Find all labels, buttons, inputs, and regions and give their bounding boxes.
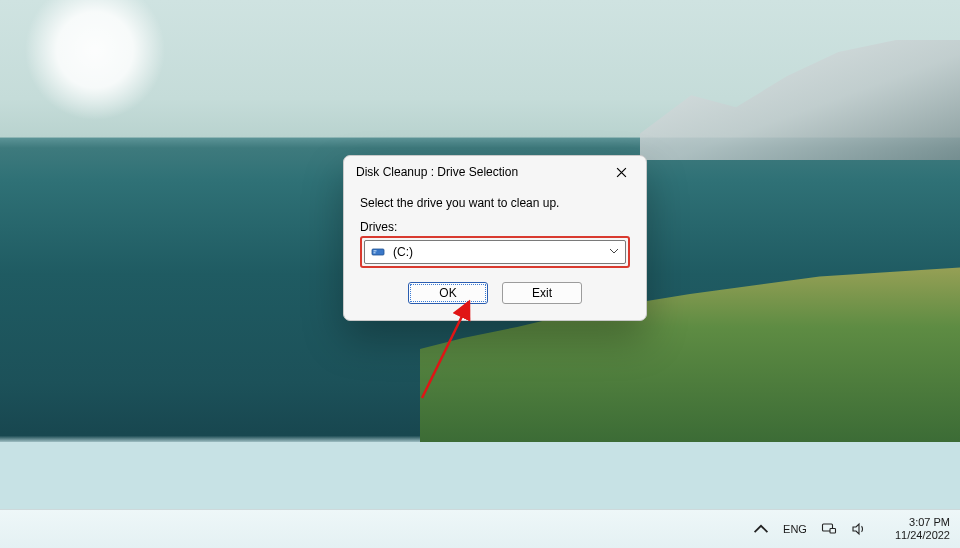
svg-rect-2	[374, 252, 376, 253]
disk-cleanup-dialog: Disk Cleanup : Drive Selection Select th…	[343, 155, 647, 321]
landscape-mountain	[640, 40, 960, 160]
device-tray-icon[interactable]	[821, 521, 837, 537]
dialog-title: Disk Cleanup : Drive Selection	[356, 165, 600, 179]
volume-tray-icon[interactable]	[851, 521, 867, 537]
close-icon	[613, 164, 629, 180]
desktop-background: Disk Cleanup : Drive Selection Select th…	[0, 0, 960, 548]
ok-button-label: OK	[439, 286, 456, 300]
close-button[interactable]	[600, 157, 642, 187]
exit-button-label: Exit	[532, 286, 552, 300]
ok-button[interactable]: OK	[408, 282, 488, 304]
clock-date: 11/24/2022	[895, 529, 950, 542]
clock-time: 3:07 PM	[909, 516, 950, 529]
dialog-instruction: Select the drive you want to clean up.	[360, 196, 630, 210]
dialog-body: Select the drive you want to clean up. D…	[344, 188, 646, 320]
tray-overflow[interactable]	[753, 521, 769, 537]
device-icon	[821, 521, 837, 537]
drive-dropdown[interactable]: (C:)	[364, 240, 626, 264]
language-label: ENG	[783, 523, 807, 535]
chevron-up-icon	[753, 521, 769, 537]
chevron-down-icon	[609, 245, 619, 259]
taskbar-clock[interactable]: 3:07 PM 11/24/2022	[895, 516, 950, 541]
ui-strip	[0, 442, 960, 510]
svg-rect-5	[830, 529, 836, 534]
taskbar: ENG 3:07 PM 11/24/2022	[0, 509, 960, 548]
drives-label: Drives:	[360, 220, 630, 234]
volume-icon	[851, 521, 867, 537]
dialog-button-row: OK Exit	[360, 282, 630, 304]
svg-rect-0	[372, 249, 384, 255]
language-indicator[interactable]: ENG	[783, 523, 807, 535]
annotation-highlight: (C:)	[360, 236, 630, 268]
dialog-titlebar[interactable]: Disk Cleanup : Drive Selection	[344, 156, 646, 188]
exit-button[interactable]: Exit	[502, 282, 582, 304]
drive-dropdown-value: (C:)	[393, 245, 413, 259]
drive-icon	[371, 244, 387, 260]
svg-rect-1	[374, 250, 377, 251]
